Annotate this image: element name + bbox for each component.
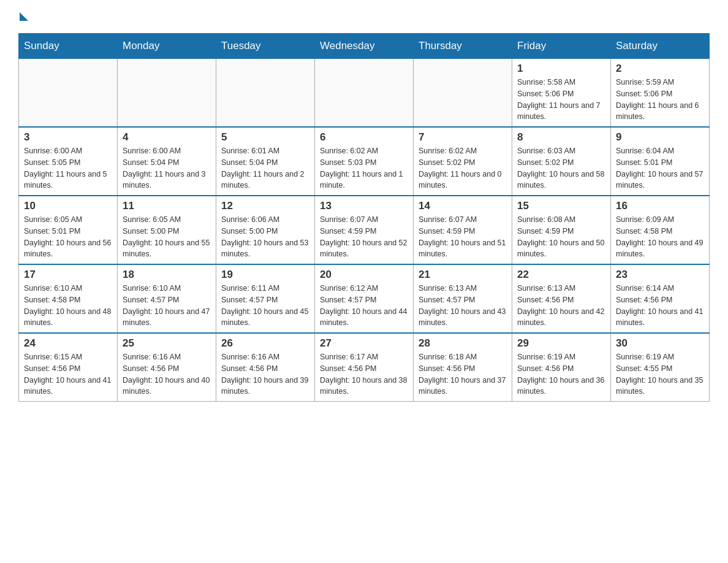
day-number: 13 (320, 200, 408, 212)
table-row: 15Sunrise: 6:08 AMSunset: 4:59 PMDayligh… (512, 196, 611, 264)
day-number: 25 (123, 337, 211, 350)
day-number: 19 (221, 269, 309, 281)
table-row: 3Sunrise: 6:00 AMSunset: 5:05 PMDaylight… (19, 127, 118, 196)
header-saturday: Saturday (611, 34, 710, 59)
day-number: 11 (123, 200, 211, 212)
day-number: 17 (24, 269, 112, 281)
table-row: 24Sunrise: 6:15 AMSunset: 4:56 PMDayligh… (19, 333, 118, 402)
table-row: 22Sunrise: 6:13 AMSunset: 4:56 PMDayligh… (512, 264, 611, 333)
table-row: 28Sunrise: 6:18 AMSunset: 4:56 PMDayligh… (414, 333, 512, 402)
table-row: 27Sunrise: 6:17 AMSunset: 4:56 PMDayligh… (315, 333, 414, 402)
table-row (19, 59, 118, 128)
day-info: Sunrise: 6:02 AMSunset: 5:03 PMDaylight:… (320, 145, 408, 191)
table-row: 10Sunrise: 6:05 AMSunset: 5:01 PMDayligh… (19, 196, 118, 264)
day-number: 29 (517, 337, 605, 350)
page-header (18, 12, 710, 21)
day-number: 14 (419, 200, 507, 212)
day-number: 23 (616, 269, 704, 281)
day-info: Sunrise: 6:19 AMSunset: 4:56 PMDaylight:… (517, 351, 605, 397)
day-info: Sunrise: 6:11 AMSunset: 4:57 PMDaylight:… (221, 283, 309, 329)
day-number: 24 (24, 337, 112, 350)
day-info: Sunrise: 6:10 AMSunset: 4:57 PMDaylight:… (123, 283, 211, 329)
table-row (216, 59, 315, 128)
day-number: 2 (616, 63, 704, 75)
header-tuesday: Tuesday (216, 34, 315, 59)
day-info: Sunrise: 6:01 AMSunset: 5:04 PMDaylight:… (221, 145, 309, 191)
day-number: 12 (221, 200, 309, 212)
day-number: 5 (221, 131, 309, 144)
day-number: 6 (320, 131, 408, 144)
calendar-week-row: 3Sunrise: 6:00 AMSunset: 5:05 PMDaylight… (19, 127, 710, 196)
day-info: Sunrise: 6:13 AMSunset: 4:57 PMDaylight:… (419, 283, 507, 329)
table-row: 17Sunrise: 6:10 AMSunset: 4:58 PMDayligh… (19, 264, 118, 333)
table-row: 9Sunrise: 6:04 AMSunset: 5:01 PMDaylight… (611, 127, 710, 196)
day-info: Sunrise: 6:08 AMSunset: 4:59 PMDaylight:… (517, 214, 605, 260)
header-sunday: Sunday (19, 34, 118, 59)
table-row: 21Sunrise: 6:13 AMSunset: 4:57 PMDayligh… (414, 264, 512, 333)
day-info: Sunrise: 6:19 AMSunset: 4:55 PMDaylight:… (616, 351, 704, 397)
header-monday: Monday (118, 34, 216, 59)
day-number: 3 (24, 131, 112, 144)
calendar-header-row: Sunday Monday Tuesday Wednesday Thursday… (19, 34, 710, 59)
table-row: 25Sunrise: 6:16 AMSunset: 4:56 PMDayligh… (118, 333, 216, 402)
calendar-week-row: 17Sunrise: 6:10 AMSunset: 4:58 PMDayligh… (19, 264, 710, 333)
day-number: 8 (517, 131, 605, 144)
table-row: 14Sunrise: 6:07 AMSunset: 4:59 PMDayligh… (414, 196, 512, 264)
day-info: Sunrise: 6:09 AMSunset: 4:58 PMDaylight:… (616, 214, 704, 260)
day-info: Sunrise: 6:13 AMSunset: 4:56 PMDaylight:… (517, 283, 605, 329)
day-info: Sunrise: 6:15 AMSunset: 4:56 PMDaylight:… (24, 351, 112, 397)
day-info: Sunrise: 6:07 AMSunset: 4:59 PMDaylight:… (419, 214, 507, 260)
calendar-table: Sunday Monday Tuesday Wednesday Thursday… (18, 33, 710, 402)
day-number: 28 (419, 337, 507, 350)
day-number: 30 (616, 337, 704, 350)
day-info: Sunrise: 6:00 AMSunset: 5:05 PMDaylight:… (24, 145, 112, 191)
day-info: Sunrise: 6:10 AMSunset: 4:58 PMDaylight:… (24, 283, 112, 329)
calendar-week-row: 24Sunrise: 6:15 AMSunset: 4:56 PMDayligh… (19, 333, 710, 402)
day-info: Sunrise: 6:05 AMSunset: 5:01 PMDaylight:… (24, 214, 112, 260)
day-info: Sunrise: 6:03 AMSunset: 5:02 PMDaylight:… (517, 145, 605, 191)
day-info: Sunrise: 6:04 AMSunset: 5:01 PMDaylight:… (616, 145, 704, 191)
table-row: 19Sunrise: 6:11 AMSunset: 4:57 PMDayligh… (216, 264, 315, 333)
table-row: 18Sunrise: 6:10 AMSunset: 4:57 PMDayligh… (118, 264, 216, 333)
day-number: 20 (320, 269, 408, 281)
calendar-week-row: 1Sunrise: 5:58 AMSunset: 5:06 PMDaylight… (19, 59, 710, 128)
table-row: 8Sunrise: 6:03 AMSunset: 5:02 PMDaylight… (512, 127, 611, 196)
day-number: 9 (616, 131, 704, 144)
day-info: Sunrise: 5:59 AMSunset: 5:06 PMDaylight:… (616, 77, 704, 123)
table-row: 23Sunrise: 6:14 AMSunset: 4:56 PMDayligh… (611, 264, 710, 333)
day-number: 4 (123, 131, 211, 144)
day-number: 18 (123, 269, 211, 281)
day-number: 7 (419, 131, 507, 144)
day-number: 22 (517, 269, 605, 281)
table-row (315, 59, 414, 128)
day-info: Sunrise: 6:16 AMSunset: 4:56 PMDaylight:… (221, 351, 309, 397)
day-number: 21 (419, 269, 507, 281)
day-info: Sunrise: 5:58 AMSunset: 5:06 PMDaylight:… (517, 77, 605, 123)
table-row (414, 59, 512, 128)
table-row: 12Sunrise: 6:06 AMSunset: 5:00 PMDayligh… (216, 196, 315, 264)
table-row: 4Sunrise: 6:00 AMSunset: 5:04 PMDaylight… (118, 127, 216, 196)
table-row: 5Sunrise: 6:01 AMSunset: 5:04 PMDaylight… (216, 127, 315, 196)
day-info: Sunrise: 6:17 AMSunset: 4:56 PMDaylight:… (320, 351, 408, 397)
day-info: Sunrise: 6:12 AMSunset: 4:57 PMDaylight:… (320, 283, 408, 329)
table-row: 20Sunrise: 6:12 AMSunset: 4:57 PMDayligh… (315, 264, 414, 333)
header-thursday: Thursday (414, 34, 512, 59)
day-info: Sunrise: 6:14 AMSunset: 4:56 PMDaylight:… (616, 283, 704, 329)
logo-arrow-icon (20, 12, 28, 21)
day-info: Sunrise: 6:06 AMSunset: 5:00 PMDaylight:… (221, 214, 309, 260)
table-row (118, 59, 216, 128)
table-row: 6Sunrise: 6:02 AMSunset: 5:03 PMDaylight… (315, 127, 414, 196)
day-number: 16 (616, 200, 704, 212)
day-number: 27 (320, 337, 408, 350)
day-info: Sunrise: 6:05 AMSunset: 5:00 PMDaylight:… (123, 214, 211, 260)
day-info: Sunrise: 6:02 AMSunset: 5:02 PMDaylight:… (419, 145, 507, 191)
day-info: Sunrise: 6:16 AMSunset: 4:56 PMDaylight:… (123, 351, 211, 397)
table-row: 11Sunrise: 6:05 AMSunset: 5:00 PMDayligh… (118, 196, 216, 264)
day-number: 26 (221, 337, 309, 350)
day-info: Sunrise: 6:18 AMSunset: 4:56 PMDaylight:… (419, 351, 507, 397)
table-row: 29Sunrise: 6:19 AMSunset: 4:56 PMDayligh… (512, 333, 611, 402)
table-row: 26Sunrise: 6:16 AMSunset: 4:56 PMDayligh… (216, 333, 315, 402)
header-wednesday: Wednesday (315, 34, 414, 59)
day-info: Sunrise: 6:07 AMSunset: 4:59 PMDaylight:… (320, 214, 408, 260)
header-friday: Friday (512, 34, 611, 59)
